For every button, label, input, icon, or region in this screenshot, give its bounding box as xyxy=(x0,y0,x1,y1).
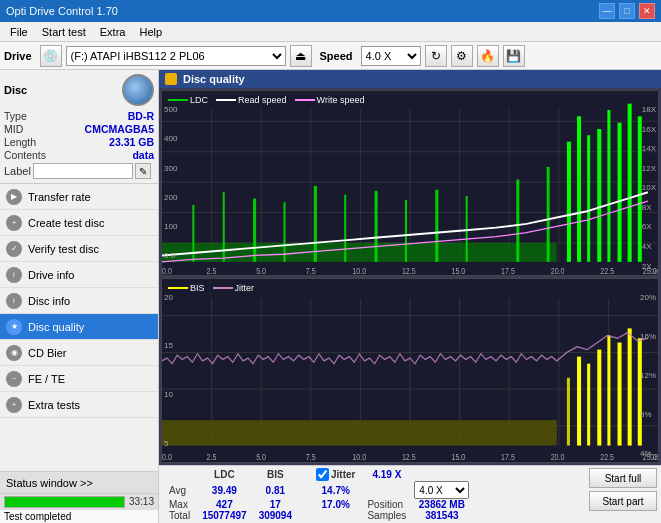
sidebar-item-label: FE / TE xyxy=(28,373,65,385)
y-axis-left-bottom: 20 15 10 5 xyxy=(164,293,173,449)
svg-text:15.0: 15.0 xyxy=(452,267,466,275)
bis-color xyxy=(168,287,188,289)
max-label: Max xyxy=(163,499,196,510)
sidebar-item-label: Extra tests xyxy=(28,399,80,411)
close-button[interactable]: ✕ xyxy=(639,3,655,19)
jitter-checkbox[interactable] xyxy=(316,468,329,481)
jitter-label: Jitter xyxy=(331,469,355,480)
svg-text:2.5: 2.5 xyxy=(207,267,217,275)
refresh-button[interactable]: ↻ xyxy=(425,45,447,67)
start-part-button[interactable]: Start part xyxy=(589,491,657,511)
jitter-header: Jitter xyxy=(310,468,361,481)
legend-jitter: Jitter xyxy=(213,283,255,293)
speed-mode-select[interactable]: 4.0 X xyxy=(414,481,469,499)
window-controls: — □ ✕ xyxy=(599,3,655,19)
save-button[interactable]: 💾 xyxy=(503,45,525,67)
drive-icon-button[interactable]: 💿 xyxy=(40,45,62,67)
maximize-button[interactable]: □ xyxy=(619,3,635,19)
svg-rect-32 xyxy=(618,123,622,262)
bottom-chart: BIS Jitter 20 15 10 5 20% xyxy=(161,278,659,464)
svg-rect-18 xyxy=(283,202,285,261)
svg-text:10.0: 10.0 xyxy=(352,450,366,461)
settings-button[interactable]: ⚙ xyxy=(451,45,473,67)
sidebar-item-label: Disc info xyxy=(28,295,70,307)
avg-jitter-value: 14.7% xyxy=(310,481,361,499)
sidebar-item-fe-te[interactable]: ~ FE / TE xyxy=(0,366,158,392)
charts-area: LDC Read speed Write speed 500 400 30 xyxy=(159,88,661,465)
total-ldc-value: 15077497 xyxy=(196,510,253,521)
svg-text:5.0: 5.0 xyxy=(256,450,266,461)
max-bis-value: 17 xyxy=(253,499,298,510)
menu-file[interactable]: File xyxy=(4,24,34,40)
menu-extra[interactable]: Extra xyxy=(94,24,132,40)
avg-bis-value: 0.81 xyxy=(253,481,298,499)
extra-tests-icon: + xyxy=(6,397,22,413)
sidebar-item-extra-tests[interactable]: + Extra tests xyxy=(0,392,158,418)
sidebar-item-transfer-rate[interactable]: ▶ Transfer rate xyxy=(0,184,158,210)
svg-text:0.0: 0.0 xyxy=(162,450,172,461)
max-jitter-value: 17.0% xyxy=(310,499,361,510)
svg-text:15.0: 15.0 xyxy=(452,450,466,461)
y-axis-right-bottom: 20% 16% 12% 8% 4% xyxy=(640,293,656,459)
disc-panel: Disc Type BD-R MID CMCMAGBA5 Length 23.3… xyxy=(0,70,158,184)
svg-text:10.0: 10.0 xyxy=(352,267,366,275)
app-title: Opti Drive Control 1.70 xyxy=(6,5,118,17)
start-buttons: Start full Start part xyxy=(589,468,657,511)
legend-ldc-label: LDC xyxy=(190,95,208,105)
svg-rect-25 xyxy=(516,180,519,262)
sidebar-item-verify-test-disc[interactable]: ✓ Verify test disc xyxy=(0,236,158,262)
disc-mid-label: MID xyxy=(4,123,23,135)
sidebar-item-disc-quality[interactable]: ★ Disc quality xyxy=(0,314,158,340)
disc-label-label: Label xyxy=(4,165,31,177)
disc-quality-icon: ★ xyxy=(6,319,22,335)
sidebar-item-disc-info[interactable]: i Disc info xyxy=(0,288,158,314)
svg-text:0.0: 0.0 xyxy=(162,267,172,275)
menu-help[interactable]: Help xyxy=(133,24,168,40)
max-ldc-value: 427 xyxy=(196,499,253,510)
legend-read-speed: Read speed xyxy=(216,95,287,105)
svg-rect-65 xyxy=(607,335,610,445)
sidebar-item-cd-bier[interactable]: ◉ CD Bier xyxy=(0,340,158,366)
sidebar-item-label: Disc quality xyxy=(28,321,84,333)
svg-text:22.5: 22.5 xyxy=(600,267,614,275)
transfer-rate-icon: ▶ xyxy=(6,189,22,205)
disc-label-edit-button[interactable]: ✎ xyxy=(135,163,151,179)
eject-button[interactable]: ⏏ xyxy=(290,45,312,67)
svg-rect-67 xyxy=(628,328,632,445)
drive-select[interactable]: (F:) ATAPI iHBS112 2 PL06 xyxy=(66,46,286,66)
svg-text:17.5: 17.5 xyxy=(501,450,515,461)
disc-label-input[interactable] xyxy=(33,163,133,179)
svg-text:22.5: 22.5 xyxy=(600,450,614,461)
minimize-button[interactable]: — xyxy=(599,3,615,19)
svg-rect-66 xyxy=(618,342,622,445)
svg-rect-31 xyxy=(607,110,610,262)
progress-bar-container: 33:13 xyxy=(0,493,158,509)
progress-bar-outer xyxy=(4,496,125,508)
nav-items: ▶ Transfer rate + Create test disc ✓ Ver… xyxy=(0,184,158,471)
disc-icon xyxy=(122,74,154,106)
svg-rect-21 xyxy=(375,191,378,262)
start-full-button[interactable]: Start full xyxy=(589,468,657,488)
menu-start-test[interactable]: Start test xyxy=(36,24,92,40)
content-area: Disc quality LDC Read speed xyxy=(159,70,661,523)
sidebar-item-create-test-disc[interactable]: + Create test disc xyxy=(0,210,158,236)
speed-select[interactable]: 4.0 X xyxy=(361,46,421,66)
sidebar-item-drive-info[interactable]: i Drive info xyxy=(0,262,158,288)
legend-ldc: LDC xyxy=(168,95,208,105)
chart-title: Disc quality xyxy=(183,73,245,85)
ldc-header: LDC xyxy=(196,468,253,481)
legend-write-speed-label: Write speed xyxy=(317,95,365,105)
status-window-button[interactable]: Status window >> xyxy=(0,471,158,493)
svg-rect-19 xyxy=(314,186,317,262)
total-label: Total xyxy=(163,510,196,521)
burn-button[interactable]: 🔥 xyxy=(477,45,499,67)
total-bis-value: 309094 xyxy=(253,510,298,521)
svg-rect-26 xyxy=(547,167,550,262)
avg-speed-value: 4.19 X xyxy=(372,469,401,480)
sidebar-item-label: Verify test disc xyxy=(28,243,99,255)
stats-area: LDC BIS Jitter 4.19 X xyxy=(159,465,661,523)
disc-contents-label: Contents xyxy=(4,149,46,161)
create-test-disc-icon: + xyxy=(6,215,22,231)
svg-text:7.5: 7.5 xyxy=(306,267,316,275)
legend-jitter-label: Jitter xyxy=(235,283,255,293)
